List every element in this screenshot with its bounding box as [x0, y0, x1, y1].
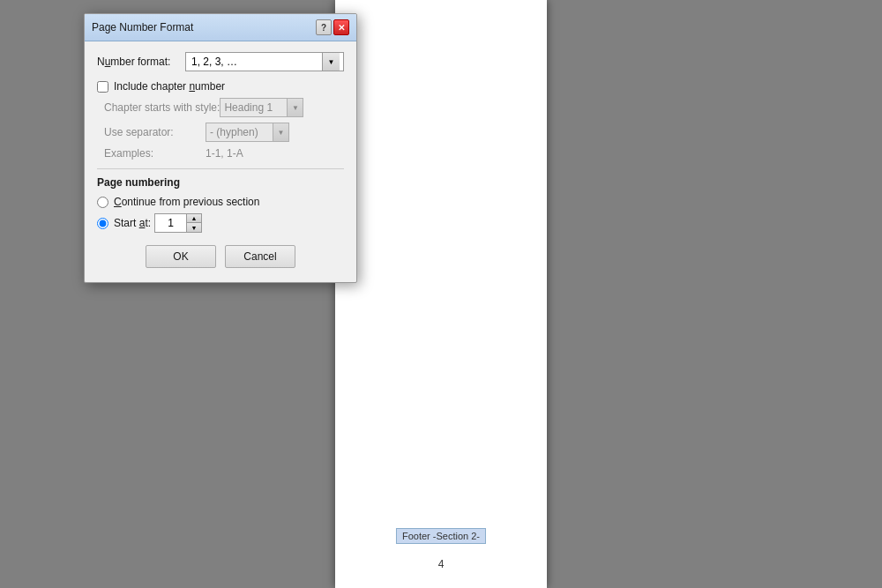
start-at-radio[interactable]: [97, 218, 108, 229]
number-format-select[interactable]: 1, 2, 3, … ▼: [185, 52, 344, 71]
continue-radio-row: Continue from previous section: [97, 196, 344, 208]
number-format-arrow[interactable]: ▼: [322, 53, 340, 71]
separator-arrow: ▼: [273, 123, 288, 141]
continue-radio[interactable]: [97, 197, 108, 208]
chapter-style-value: Heading 1: [220, 101, 287, 114]
help-button[interactable]: ?: [316, 19, 332, 35]
separator-select: - (hyphen) ▼: [206, 123, 289, 142]
dialog-titlebar: Page Number Format ? ✕: [85, 14, 356, 41]
continue-radio-label[interactable]: Continue from previous section: [114, 196, 259, 208]
start-at-label[interactable]: Start at:: [114, 217, 151, 229]
dialog-buttons: OK Cancel: [97, 245, 344, 272]
number-format-label: Number format:: [97, 56, 185, 68]
chapter-style-label: Chapter starts with style:: [104, 101, 220, 114]
separator-row: Use separator: - (hyphen) ▼: [104, 123, 344, 142]
chapter-style-row: Chapter starts with style: Heading 1 ▼: [104, 98, 344, 117]
chapter-style-arrow: ▼: [287, 99, 303, 116]
page-numbering-title: Page numbering: [97, 176, 344, 189]
page-number-format-dialog: Page Number Format ? ✕ Number format: 1,…: [84, 13, 357, 283]
include-chapter-row: Include chapter number: [97, 80, 344, 93]
chapter-options-section: Chapter starts with style: Heading 1 ▼ U…: [104, 98, 344, 160]
spinner-down-button[interactable]: ▼: [187, 223, 201, 232]
start-at-input[interactable]: [154, 213, 186, 233]
ok-button[interactable]: OK: [146, 245, 216, 268]
spinner-buttons: ▲ ▼: [186, 213, 202, 233]
cancel-button[interactable]: Cancel: [225, 245, 295, 268]
number-format-row: Number format: 1, 2, 3, … ▼: [97, 52, 344, 71]
examples-row: Examples: 1-1, 1-A: [104, 147, 344, 160]
spinner-up-button[interactable]: ▲: [187, 214, 201, 223]
start-at-spinner: ▲ ▼: [154, 213, 202, 233]
dialog-overlay: Page Number Format ? ✕ Number format: 1,…: [0, 0, 882, 588]
include-chapter-checkbox[interactable]: [97, 81, 108, 93]
chapter-style-select: Heading 1 ▼: [220, 98, 303, 117]
include-chapter-label[interactable]: Include chapter number: [114, 80, 225, 93]
separator-value: - (hyphen): [206, 126, 273, 138]
dialog-title: Page Number Format: [92, 21, 193, 33]
dialog-content: Number format: 1, 2, 3, … ▼ Include chap…: [85, 41, 356, 282]
examples-value: 1-1, 1-A: [206, 147, 243, 160]
number-format-value: 1, 2, 3, …: [190, 56, 322, 68]
separator-label: Use separator:: [104, 126, 206, 138]
examples-label: Examples:: [104, 147, 206, 160]
section-divider: [97, 168, 344, 169]
dialog-controls: ? ✕: [316, 19, 349, 35]
close-button[interactable]: ✕: [333, 19, 349, 35]
start-at-row: Start at: ▲ ▼: [97, 213, 344, 233]
